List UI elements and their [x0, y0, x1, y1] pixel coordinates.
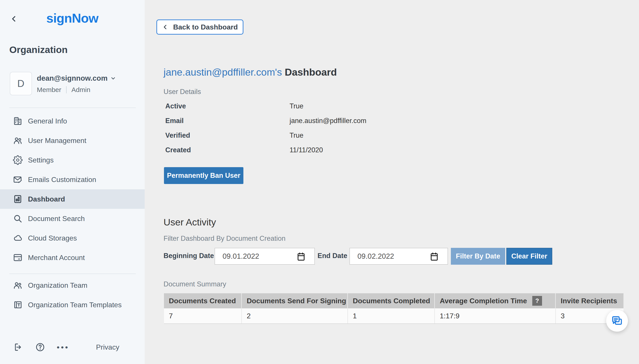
- document-summary-heading: Document Summary: [164, 280, 226, 288]
- table-header-row: Documents Created Documents Send For Sig…: [164, 293, 623, 308]
- sidebar-menu: General Info User Management Settings Em…: [0, 111, 145, 267]
- page-title: jane.austin@pdffiller.com's Dashboard: [164, 66, 337, 78]
- sidebar-item-merchant-account[interactable]: Merchant Account: [0, 248, 145, 267]
- summary-cell: 2: [242, 308, 348, 324]
- detail-label: Created: [165, 146, 289, 154]
- detail-value: True: [289, 102, 303, 110]
- building-icon: [13, 116, 23, 126]
- permanently-ban-user-button[interactable]: Permanently Ban User: [164, 167, 243, 184]
- date-filter-row: Beginning Date : 09.01.2022 End Date : 0…: [164, 248, 563, 265]
- logout-icon: [13, 342, 24, 352]
- calendar-icon[interactable]: [296, 252, 306, 262]
- filter-caption: Filter Dashboard By Document Creation: [164, 234, 285, 242]
- filter-by-date-button[interactable]: Filter By Date: [451, 248, 505, 265]
- sidebar-divider: [9, 108, 136, 108]
- sidebar-item-user-management[interactable]: User Management: [0, 131, 145, 150]
- team-icon: [13, 280, 23, 290]
- detail-value: jane.austin@pdffiller.com: [289, 117, 366, 125]
- email-brush-icon: [13, 175, 23, 184]
- role-member: Member: [37, 86, 61, 94]
- sidebar-item-label: Emails Customization: [28, 176, 96, 184]
- sidebar-item-organization-team-templates[interactable]: Organization Team Templates: [0, 295, 145, 314]
- logout-button[interactable]: [13, 342, 24, 352]
- beginning-date-label: Beginning Date :: [164, 252, 218, 260]
- privacy-link[interactable]: Privacy: [96, 343, 119, 351]
- help-button[interactable]: [35, 342, 45, 352]
- user-detail-row: Email jane.austin@pdffiller.com: [165, 114, 366, 128]
- chat-fab-button[interactable]: [606, 310, 628, 332]
- sidebar-item-settings[interactable]: Settings: [0, 150, 145, 170]
- help-badge[interactable]: ?: [532, 296, 542, 306]
- role-separator: [66, 86, 67, 93]
- user-activity-heading: User Activity: [164, 217, 216, 228]
- credit-card-icon: [13, 253, 23, 262]
- column-header: Average Completion Time ?: [435, 293, 556, 308]
- sidebar-item-label: General Info: [28, 117, 67, 125]
- help-icon: [35, 342, 45, 352]
- table-row: 7 2 1 1:17:9 3: [164, 308, 623, 324]
- back-to-dashboard-button[interactable]: Back to Dashboard: [156, 20, 243, 34]
- user-email-link[interactable]: jane.austin@pdffiller.com's: [164, 66, 282, 78]
- clear-filter-button[interactable]: Clear Filter: [506, 248, 552, 265]
- end-date-input[interactable]: 09.02.2022: [350, 248, 448, 265]
- chevron-down-icon[interactable]: [110, 75, 116, 81]
- sidebar-divider: [9, 274, 136, 274]
- summary-cell: 1: [348, 308, 435, 324]
- sidebar-item-label: Settings: [28, 156, 54, 164]
- signnow-logo[interactable]: signNow: [0, 11, 145, 26]
- cloud-icon: [13, 233, 23, 243]
- sidebar-item-label: Dashboard: [28, 195, 65, 203]
- sidebar: signNow Organization D dean@signnow.com …: [0, 0, 145, 364]
- sidebar-secondary-menu: Organization Team Organization Team Temp…: [0, 276, 145, 314]
- gear-icon: [13, 155, 23, 165]
- sidebar-item-label: Merchant Account: [28, 254, 85, 262]
- signnow-organization-dashboard: signNow Organization D dean@signnow.com …: [0, 0, 639, 364]
- user-detail-row: Active True: [165, 99, 366, 114]
- end-date-value: 09.02.2022: [358, 252, 394, 260]
- sidebar-item-label: Document Search: [28, 214, 85, 223]
- end-date-label: End Date :: [317, 252, 352, 260]
- search-icon: [13, 214, 23, 224]
- sidebar-item-organization-team[interactable]: Organization Team: [0, 276, 145, 295]
- column-header: Documents Completed: [348, 293, 435, 308]
- sidebar-item-emails-customization[interactable]: Emails Customization: [0, 170, 145, 189]
- detail-value: True: [289, 132, 303, 140]
- sidebar-footer: ••• Privacy: [13, 338, 119, 356]
- detail-label: Active: [165, 102, 289, 110]
- account-summary[interactable]: D dean@signnow.com Member Admin: [10, 72, 116, 95]
- document-summary-table: Documents Created Documents Send For Sig…: [164, 293, 623, 324]
- sidebar-item-label: Organization Team: [28, 281, 87, 290]
- back-button-label: Back to Dashboard: [173, 23, 238, 31]
- sidebar-item-cloud-storages[interactable]: Cloud Storages: [0, 228, 145, 248]
- role-admin: Admin: [72, 86, 90, 94]
- user-detail-row: Created 11/11/2020: [165, 143, 366, 158]
- user-detail-row: Verified True: [165, 128, 366, 143]
- summary-cell: 1:17:9: [435, 308, 556, 324]
- column-header: Invite Recipients: [556, 293, 623, 308]
- avatar: D: [10, 72, 32, 95]
- ellipsis-icon: •••: [57, 343, 70, 352]
- sidebar-item-dashboard[interactable]: Dashboard: [0, 189, 145, 209]
- account-meta: dean@signnow.com Member Admin: [37, 72, 116, 95]
- summary-cell: 7: [164, 308, 242, 324]
- page-title-suffix: Dashboard: [282, 66, 337, 78]
- beginning-date-value: 09.01.2022: [222, 252, 259, 260]
- column-header: Documents Send For Signing: [242, 293, 348, 308]
- calendar-icon[interactable]: [429, 252, 439, 262]
- chat-icon: [611, 315, 623, 327]
- sidebar-item-label: Cloud Storages: [28, 234, 77, 242]
- chevron-left-icon: [162, 24, 169, 30]
- sidebar-item-document-search[interactable]: Document Search: [0, 209, 145, 228]
- detail-label: Email: [165, 117, 289, 125]
- sidebar-item-general-info[interactable]: General Info: [0, 111, 145, 131]
- column-header: Documents Created: [164, 293, 242, 308]
- organization-title: Organization: [9, 44, 68, 55]
- beginning-date-input[interactable]: 09.01.2022: [215, 248, 315, 265]
- detail-label: Verified: [165, 132, 289, 140]
- sidebar-item-label: User Management: [28, 136, 86, 145]
- more-button[interactable]: •••: [57, 343, 78, 352]
- user-details-list: Active True Email jane.austin@pdffiller.…: [165, 99, 366, 158]
- users-icon: [13, 136, 23, 146]
- bar-chart-icon: [13, 194, 23, 204]
- account-email[interactable]: dean@signnow.com: [37, 74, 108, 82]
